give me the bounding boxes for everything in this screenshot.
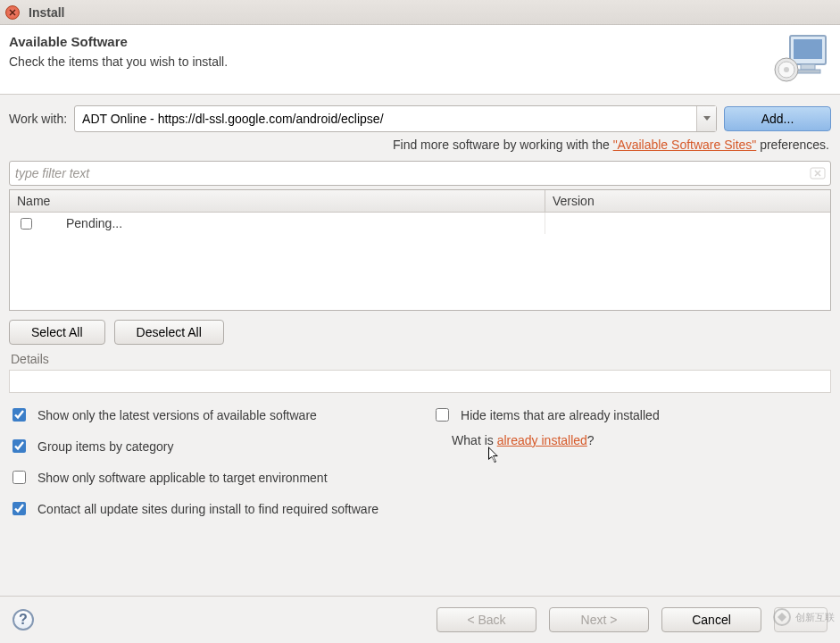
already-installed-link[interactable]: already installed	[497, 433, 587, 447]
install-icon	[774, 34, 828, 83]
svg-rect-2	[801, 64, 815, 70]
back-button: < Back	[437, 607, 536, 632]
opt-hide-checkbox[interactable]	[436, 408, 449, 422]
window-title: Install	[29, 5, 64, 20]
opt-group-checkbox[interactable]	[12, 439, 26, 453]
table-row[interactable]: Pending...	[10, 213, 545, 234]
wizard-footer: ? < Back Next > Cancel	[0, 596, 840, 643]
svg-point-6	[784, 67, 789, 72]
chevron-down-icon	[703, 116, 711, 121]
software-table: Name Version Pending...	[9, 189, 831, 311]
svg-rect-3	[795, 70, 820, 73]
close-window-button[interactable]	[5, 5, 20, 20]
filter-box[interactable]	[9, 161, 831, 186]
svg-rect-1	[794, 39, 822, 59]
filter-input[interactable]	[13, 165, 809, 181]
page-subtitle: Check the items that you wish to install…	[9, 54, 228, 69]
row-label: Pending...	[66, 216, 122, 230]
next-button: Next >	[549, 607, 649, 632]
workwith-dropdown-button[interactable]	[696, 106, 716, 131]
whatis-text: What is already installed?	[452, 433, 595, 447]
details-label: Details	[11, 352, 831, 366]
details-box	[9, 370, 831, 393]
page-title: Available Software	[9, 34, 228, 49]
available-sites-link[interactable]: "Available Software Sites"	[613, 138, 757, 152]
add-button[interactable]: Add...	[724, 106, 831, 131]
workwith-label: Work with:	[9, 112, 67, 126]
opt-target[interactable]: Show only software applicable to target …	[9, 468, 328, 487]
table-header: Name Version	[10, 190, 830, 213]
workwith-input[interactable]	[75, 106, 696, 131]
opt-group[interactable]: Group items by category	[9, 437, 174, 455]
opt-contact[interactable]: Contact all update sites during install …	[9, 499, 378, 518]
opt-latest-checkbox[interactable]	[12, 408, 26, 422]
opt-hide[interactable]: Hide items that are already installed	[432, 405, 660, 424]
workwith-combo[interactable]	[74, 105, 717, 132]
titlebar: Install	[0, 0, 840, 25]
clear-filter-icon[interactable]	[809, 166, 827, 180]
column-version[interactable]: Version	[545, 190, 830, 212]
opt-target-checkbox[interactable]	[12, 471, 26, 484]
column-name[interactable]: Name	[10, 190, 545, 212]
opt-latest[interactable]: Show only the latest versions of availab…	[9, 405, 317, 424]
help-button[interactable]: ?	[12, 609, 34, 630]
workwith-hint: Find more software by working with the "…	[9, 138, 829, 152]
deselect-all-button[interactable]: Deselect All	[114, 320, 224, 345]
row-checkbox[interactable]	[21, 218, 32, 230]
opt-contact-checkbox[interactable]	[12, 502, 26, 515]
finish-button	[774, 607, 828, 632]
select-all-button[interactable]: Select All	[9, 320, 105, 345]
cancel-button[interactable]: Cancel	[661, 607, 761, 632]
wizard-header: Available Software Check the items that …	[0, 25, 840, 95]
